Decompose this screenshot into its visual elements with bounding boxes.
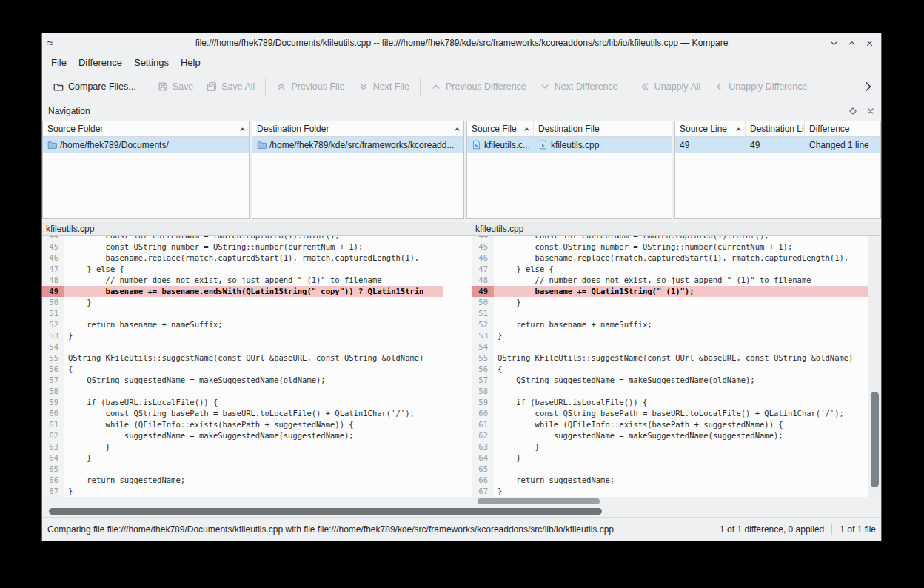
line-text: suggestedName = makeSuggestedName(sugges… — [64, 430, 354, 441]
nav-panel-header: Destination Folder — [252, 121, 463, 137]
right-pane-horizontal-scrollbar[interactable] — [472, 497, 868, 506]
line-text — [494, 341, 498, 353]
nav-row-source-folder[interactable]: /home/fhek789/Documents/ — [43, 137, 249, 153]
code-line-64: 64 } — [472, 452, 868, 464]
line-number: 49 — [472, 286, 494, 297]
line-text: // number does not exist, so just append… — [64, 275, 382, 286]
nav-row-destination-folder[interactable]: /home/fhek789/kde/src/frameworks/kcoread… — [252, 137, 463, 153]
line-number: 64 — [472, 452, 494, 464]
column-header-difference[interactable]: Difference — [805, 121, 880, 136]
left-code-pane[interactable]: 44 const int currentNum = rmatch.capture… — [42, 236, 443, 497]
line-number: 58 — [472, 386, 494, 397]
column-header-destination-file[interactable]: Destination File — [534, 121, 672, 136]
column-header-source-line[interactable]: Source Line — [675, 121, 746, 136]
line-number: 53 — [42, 330, 64, 341]
toolbar-button-next-difference: Next Difference — [533, 77, 625, 96]
code-line-62: 62 suggestedName = makeSuggestedName(sug… — [472, 430, 868, 441]
nav-panel-lines: Source LineDestination LineDifference494… — [674, 121, 881, 219]
code-line-57: 57 QString suggestedName = makeSuggested… — [42, 375, 443, 386]
window-close-button[interactable] — [860, 35, 878, 51]
line-number: 60 — [472, 408, 494, 419]
code-line-49-changed[interactable]: 49 basename += basename.endsWith(QLatin1… — [42, 286, 443, 297]
menu-item-settings[interactable]: Settings — [128, 54, 175, 71]
line-text: QString suggestedName = makeSuggestedNam… — [494, 375, 755, 386]
column-header-destination-line[interactable]: Destination Line — [746, 121, 805, 136]
nav-cell-text: /home/fhek789/Documents/ — [60, 140, 169, 150]
code-line-59: 59 if (baseURL.isLocalFile()) { — [42, 397, 443, 408]
toolbar-button-label: Previous Difference — [446, 81, 526, 92]
horizontal-scrollbar[interactable] — [42, 506, 881, 517]
line-number: 63 — [472, 441, 494, 452]
code-line-67: 67} — [42, 486, 443, 497]
line-number: 51 — [472, 308, 494, 319]
line-text: } — [64, 297, 92, 308]
code-line-49-changed[interactable]: 49 basename += QLatin1String(" (1)"); — [472, 286, 868, 297]
svg-text:c: c — [542, 142, 545, 147]
line-text: while (QFileInfo::exists(basePath + sugg… — [64, 419, 354, 430]
code-line-66: 66 return suggestedName; — [42, 475, 443, 486]
nav-panel-header: Source LineDestination LineDifference — [675, 121, 880, 137]
toolbar-button-label: Next Difference — [555, 81, 618, 92]
nav-cell: ckfileutils.cpp — [534, 137, 672, 153]
toolbar-button-label: Next File — [373, 81, 409, 92]
nav-row-files[interactable]: ckfileutils.c...ckfileutils.cpp — [467, 137, 672, 153]
nav-row-lines[interactable]: 4949Changed 1 line — [675, 137, 880, 153]
toolbar-overflow-button[interactable] — [860, 78, 877, 95]
toolbar-separator — [420, 78, 421, 96]
nav-cell: 49 — [746, 137, 805, 153]
column-header-label: Destination File — [538, 124, 600, 134]
window-title: file:///home/fhek789/Documents/kfileutil… — [42, 38, 881, 48]
toolbar-button-compare-files[interactable]: Compare Files... — [47, 77, 143, 96]
vertical-scrollbar[interactable] — [868, 236, 881, 497]
nav-cell: /home/fhek789/kde/src/frameworks/kcoread… — [252, 137, 463, 153]
dock-float-button[interactable] — [848, 107, 857, 116]
window-minimize-button[interactable] — [825, 35, 843, 51]
status-differences: 1 of 1 difference, 0 applied — [720, 524, 824, 535]
column-header-label: Source Line — [680, 124, 727, 134]
line-number: 50 — [42, 297, 64, 308]
column-header-destination-folder[interactable]: Destination Folder — [252, 121, 463, 136]
line-text — [64, 464, 68, 475]
chevron-down-icon — [540, 81, 550, 92]
line-number: 67 — [42, 486, 64, 497]
line-text: } — [494, 330, 502, 341]
toolbar-button-previous-difference: Previous Difference — [424, 77, 533, 96]
code-line-51: 51 — [42, 308, 443, 319]
right-code-pane[interactable]: 44 const int currentNum = rmatch.capture… — [472, 236, 868, 497]
dock-close-button[interactable] — [866, 107, 875, 116]
line-text: } — [64, 486, 73, 497]
right-pane-horizontal-scrollbar-thumb[interactable] — [478, 498, 600, 504]
menu-item-difference[interactable]: Difference — [73, 54, 128, 71]
menu-item-help[interactable]: Help — [175, 54, 207, 71]
horizontal-scrollbar-thumb[interactable] — [49, 508, 602, 515]
cpp-file-icon: c — [538, 140, 548, 150]
line-text: const QString number = QString::number(c… — [64, 241, 363, 253]
toolbar-button-next-file: Next File — [352, 77, 416, 96]
menu-item-file[interactable]: File — [45, 54, 73, 71]
code-line-55: 55QString KFileUtils::suggestName(const … — [472, 353, 868, 364]
code-line-54: 54 — [42, 341, 443, 353]
column-header-source-folder[interactable]: Source Folder — [43, 121, 249, 136]
toolbar-button-label: Unapply All — [654, 81, 701, 92]
nav-panel-header: Source Folder — [43, 121, 249, 137]
kompare-window: ≈ file:///home/fhek789/Documents/kfileut… — [42, 33, 881, 541]
folder-icon — [47, 140, 57, 150]
vertical-scrollbar-thumb[interactable] — [871, 392, 879, 487]
line-text: basename.replace(rmatch.capturedStart(1)… — [494, 253, 848, 264]
statusbar: Comparing file file:///home/fhek789/Docu… — [42, 517, 881, 541]
titlebar[interactable]: ≈ file:///home/fhek789/Documents/kfileut… — [42, 33, 881, 53]
code-line-63: 63 } — [472, 441, 868, 452]
window-maximize-button[interactable] — [843, 35, 860, 51]
sort-ascending-icon — [523, 126, 530, 133]
nav-cell: /home/fhek789/Documents/ — [43, 137, 249, 153]
double-chevron-up-icon — [276, 81, 287, 92]
line-number: 59 — [472, 397, 494, 408]
chevron-left-icon — [714, 81, 724, 92]
double-chevron-left-icon — [640, 81, 650, 92]
line-number: 64 — [42, 452, 64, 464]
code-line-48: 48 // number does not exist, so just app… — [42, 275, 443, 286]
column-header-source-file[interactable]: Source File — [467, 121, 534, 136]
line-text: const QString basePath = baseURL.toLocal… — [64, 408, 415, 419]
nav-cell-text: 49 — [680, 140, 689, 150]
code-line-59: 59 if (baseURL.isLocalFile()) { — [472, 397, 868, 408]
